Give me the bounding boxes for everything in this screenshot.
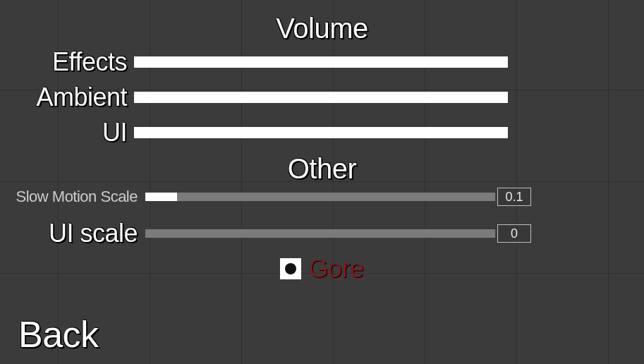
slider-fill	[134, 92, 508, 103]
slider-ui-scale[interactable]	[145, 229, 496, 238]
slider-fill	[145, 193, 177, 201]
slider-label-slow-motion: Slow Motion Scale	[0, 188, 145, 206]
slider-label-ui: UI	[0, 118, 134, 147]
section-title-volume: Volume	[0, 13, 644, 44]
slider-row-effects: Effects	[0, 47, 644, 77]
slider-slow-motion[interactable]	[145, 192, 496, 202]
value-slow-motion[interactable]: 0.1	[497, 188, 531, 206]
slider-ui[interactable]	[134, 127, 508, 138]
checkbox-dot-icon	[285, 263, 296, 274]
slider-row-ambient: Ambient	[0, 83, 644, 112]
slider-label-effects: Effects	[0, 47, 134, 77]
slider-label-ui-scale: UI scale	[0, 219, 145, 248]
slider-label-ambient: Ambient	[0, 83, 134, 112]
slider-fill	[134, 56, 508, 68]
slider-row-ui-scale: UI scale 0	[0, 219, 644, 248]
settings-panel: Volume Effects Ambient UI Other Slow Mot…	[0, 0, 644, 284]
slider-effects[interactable]	[134, 56, 508, 68]
slider-fill	[134, 127, 508, 138]
back-button[interactable]: Back	[18, 313, 99, 356]
slider-row-slow-motion: Slow Motion Scale 0.1	[0, 188, 644, 206]
gore-row: Gore	[0, 254, 644, 284]
checkbox-gore[interactable]	[280, 258, 301, 279]
label-gore: Gore	[308, 254, 363, 284]
slider-row-ui: UI	[0, 118, 644, 147]
section-title-other: Other	[0, 153, 644, 185]
value-ui-scale[interactable]: 0	[497, 224, 531, 243]
slider-ambient[interactable]	[134, 92, 508, 103]
